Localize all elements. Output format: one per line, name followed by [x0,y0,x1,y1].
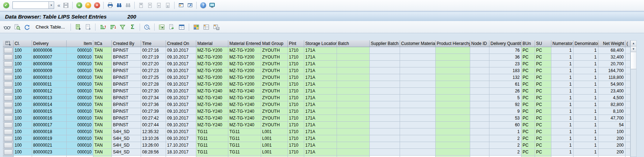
table-cell-material[interactable]: MZ-TG-Y200 [196,54,228,61]
table-cell-su[interactable]: PC [535,47,551,54]
help-button[interactable]: ? [199,1,207,9]
table-cell-delivery-quantity[interactable]: 76 [489,47,521,54]
table-cell-denominator[interactable]: 1 [573,115,598,122]
table-cell-numerator[interactable]: 1 [551,95,573,101]
table-cell-material-entered[interactable]: TG11 [228,142,261,149]
table-cell-delivery-quantity[interactable]: 5 [489,95,521,101]
table-cell-time[interactable]: 00:27:36 [141,101,166,108]
table-cell-node-id[interactable] [470,115,489,122]
new-session-button[interactable] [177,1,185,9]
table-cell-time[interactable]: 00:27:39 [141,108,166,115]
column-header-node-id[interactable]: Node ID [470,40,489,47]
table-cell-node-id[interactable] [470,156,489,157]
table-cell-created-on[interactable]: 09.10.2017 [166,47,196,54]
row-select-button[interactable] [4,48,12,53]
table-cell-material-entered[interactable]: MZ-TG-Y240 [228,95,261,101]
table-cell-item[interactable]: 000010 [67,74,93,81]
table-cell-node-id[interactable] [470,88,489,95]
table-cell-material-entered[interactable]: MZ-TG-Y200 [228,54,261,61]
table-cell-itca[interactable]: TAN [93,95,112,101]
table-cell-itca[interactable]: TAN [93,61,112,67]
table-cell-matl-group[interactable]: ZYOUTH [261,54,288,61]
table-cell-created-on[interactable] [166,156,196,157]
table-cell-created-on[interactable]: 09.10.2017 [166,54,196,61]
table-cell-cl[interactable]: 100 [14,54,32,61]
table-cell-created-by[interactable]: BPINST [112,81,141,88]
table-cell-bun[interactable]: PC [521,149,535,156]
table-cell-customer-material[interactable] [400,95,436,101]
table-cell-time[interactable]: 13:10:26 [141,135,166,142]
table-cell-cl[interactable]: 100 [14,122,32,128]
table-cell-plnt[interactable] [288,156,304,157]
table-cell-plnt[interactable]: 1710 [288,115,304,122]
table-cell-net-weight[interactable]: 200 [598,135,625,142]
table-cell-item[interactable]: 000010 [67,142,93,149]
table-cell-matl-group[interactable]: ZYOUTH [261,108,288,115]
table-cell-cl[interactable]: 100 [14,95,32,101]
table-cell-bun[interactable]: PC [521,128,535,135]
table-cell-itca[interactable]: TAN [93,47,112,54]
table-cell-product-hierarchy[interactable] [436,95,470,101]
table-cell-material[interactable]: MZ-TG-Y200 [196,61,228,67]
table-cell-bun[interactable]: PC [521,47,535,54]
next-page-button[interactable] [155,1,163,9]
table-cell-delivery[interactable]: 80000009 [32,67,67,74]
column-header-storage-location[interactable]: Storage Location [304,40,337,47]
table-cell-created-by[interactable]: BPINST [112,122,141,128]
table-cell-created-by[interactable]: S4H_SD [112,135,141,142]
enter-button[interactable]: ✓ [2,1,10,9]
table-cell-plnt[interactable]: 1710 [288,149,304,156]
table-cell-matl-group[interactable]: L001 [261,149,288,156]
table-cell-delivery-quantity[interactable]: 61 [489,81,521,88]
table-cell-material-entered[interactable]: MZ-TG-Y200 [228,74,261,81]
table-cell-numerator[interactable]: 1 [551,81,573,88]
customize-layout-button[interactable] [208,1,216,9]
table-cell-bun[interactable]: PC [521,81,535,88]
table-cell-su[interactable]: PC [535,149,551,156]
exit-button[interactable]: ^ [84,1,92,9]
table-cell-created-on[interactable]: 09.10.2017 [166,108,196,115]
table-cell-time[interactable]: 08:28:56 [141,149,166,156]
table-cell-denominator[interactable]: 1 [573,61,598,67]
table-cell-customer-material[interactable] [400,122,436,128]
table-cell-delivery[interactable]: 80000017 [32,122,67,128]
table-cell-item[interactable]: 000010 [67,88,93,95]
table-cell-bun[interactable]: PC [521,101,535,108]
table-cell-numerator[interactable]: 1 [551,67,573,74]
table-cell-material[interactable]: TG11 [196,135,228,142]
table-cell-delivery[interactable]: 80000013 [32,95,67,101]
row-select-button[interactable] [4,95,12,101]
table-cell-net-weight[interactable]: 200 [598,142,625,149]
table-cell-time[interactable]: 13:26:00 [141,142,166,149]
table-cell-itca[interactable]: TAN [93,149,112,156]
table-cell-numerator[interactable]: 1 [551,101,573,108]
row-select-button[interactable] [4,82,12,87]
table-cell-supplier-batch[interactable] [370,95,400,101]
check-table-button[interactable]: Check Table... [33,23,68,31]
table-cell-created-by[interactable]: BPINST [112,95,141,101]
table-cell-batch[interactable] [337,88,370,95]
table-cell-su[interactable] [535,156,551,157]
table-cell-material[interactable]: MZ-TG-Y200 [196,74,228,81]
table-cell-material-entered[interactable]: MZ-TG-Y240 [228,88,261,95]
table-cell-product-hierarchy[interactable] [436,128,470,135]
table-cell-batch[interactable] [337,47,370,54]
table-cell-time[interactable]: 00:27:23 [141,67,166,74]
table-cell-denominator[interactable]: 1 [573,88,598,95]
previous-page-button[interactable] [146,1,154,9]
table-cell-supplier-batch[interactable] [370,54,400,61]
table-cell-created-by[interactable]: BPINST [112,47,141,54]
table-cell-item[interactable]: 000010 [67,122,93,128]
table-cell-numerator[interactable]: 1 [551,128,573,135]
table-cell-cl[interactable]: 100 [14,74,32,81]
table-cell-plnt[interactable]: 1710 [288,142,304,149]
table-cell-itca[interactable] [93,156,112,157]
change-layout-button[interactable] [202,23,211,31]
table-cell-itca[interactable]: TAN [93,115,112,122]
table-cell-material[interactable]: TG11 [196,128,228,135]
table-cell-created-by[interactable]: S4H_SD [112,149,141,156]
table-cell-delivery-quantity[interactable]: 9 [489,108,521,115]
save-button[interactable] [62,1,70,9]
table-cell-node-id[interactable] [470,47,489,54]
table-cell-batch[interactable] [337,95,370,101]
